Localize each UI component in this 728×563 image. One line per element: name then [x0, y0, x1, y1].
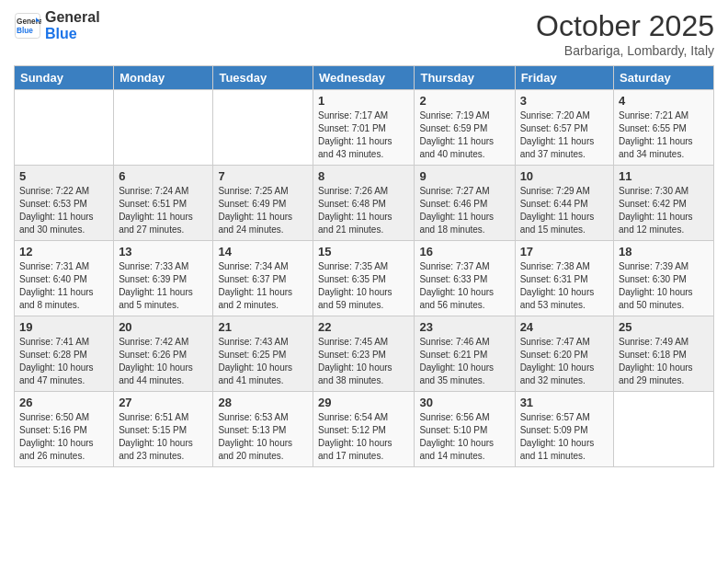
day-number: 7 [218, 169, 308, 183]
title-block: October 2025 Barbariga, Lombardy, Italy [536, 9, 714, 58]
table-row: 26 Sunrise: 6:50 AMSunset: 5:16 PMDaylig… [15, 392, 114, 467]
table-row: 28 Sunrise: 6:53 AMSunset: 5:13 PMDaylig… [213, 392, 313, 467]
calendar-week-row: 26 Sunrise: 6:50 AMSunset: 5:16 PMDaylig… [15, 392, 714, 467]
day-number: 19 [19, 320, 108, 334]
table-row: 4 Sunrise: 7:21 AMSunset: 6:55 PMDayligh… [614, 90, 714, 166]
day-info: Sunrise: 6:51 AMSunset: 5:15 PMDaylight:… [119, 412, 193, 461]
header-tuesday: Tuesday [213, 66, 313, 90]
day-number: 26 [19, 396, 108, 409]
day-number: 8 [318, 169, 409, 183]
page: General Blue General Blue October 2025 B… [0, 0, 728, 563]
table-row: 13 Sunrise: 7:33 AMSunset: 6:39 PMDaylig… [114, 241, 213, 316]
calendar-week-row: 1 Sunrise: 7:17 AMSunset: 7:01 PMDayligh… [15, 90, 714, 166]
table-row: 15 Sunrise: 7:35 AMSunset: 6:35 PMDaylig… [313, 241, 415, 316]
header-friday: Friday [515, 66, 613, 90]
table-row: 2 Sunrise: 7:19 AMSunset: 6:59 PMDayligh… [415, 90, 515, 166]
table-row: 12 Sunrise: 7:31 AMSunset: 6:40 PMDaylig… [15, 241, 114, 316]
table-row: 10 Sunrise: 7:29 AMSunset: 6:44 PMDaylig… [515, 166, 613, 241]
day-info: Sunrise: 7:24 AMSunset: 6:51 PMDaylight:… [119, 186, 193, 235]
day-info: Sunrise: 7:42 AMSunset: 6:26 PMDaylight:… [119, 337, 193, 385]
day-info: Sunrise: 7:21 AMSunset: 6:55 PMDaylight:… [619, 110, 693, 159]
day-number: 16 [419, 245, 509, 259]
day-number: 11 [619, 169, 709, 183]
table-row: 6 Sunrise: 7:24 AMSunset: 6:51 PMDayligh… [114, 166, 213, 241]
day-info: Sunrise: 6:54 AMSunset: 5:12 PMDaylight:… [318, 412, 392, 461]
day-info: Sunrise: 7:35 AMSunset: 6:35 PMDaylight:… [318, 261, 392, 310]
day-info: Sunrise: 7:27 AMSunset: 6:46 PMDaylight:… [419, 186, 494, 235]
day-info: Sunrise: 7:19 AMSunset: 6:59 PMDaylight:… [419, 110, 494, 159]
day-info: Sunrise: 7:41 AMSunset: 6:28 PMDaylight:… [19, 337, 94, 385]
day-info: Sunrise: 7:34 AMSunset: 6:37 PMDaylight:… [218, 261, 292, 310]
header-wednesday: Wednesday [313, 66, 415, 90]
day-number: 6 [119, 169, 208, 183]
table-row: 19 Sunrise: 7:41 AMSunset: 6:28 PMDaylig… [15, 316, 114, 392]
table-row: 17 Sunrise: 7:38 AMSunset: 6:31 PMDaylig… [515, 241, 613, 316]
header-sunday: Sunday [15, 66, 114, 90]
calendar-week-row: 5 Sunrise: 7:22 AMSunset: 6:53 PMDayligh… [15, 166, 714, 241]
day-info: Sunrise: 6:56 AMSunset: 5:10 PMDaylight:… [419, 412, 494, 461]
logo-icon: General Blue [14, 12, 41, 40]
day-info: Sunrise: 7:20 AMSunset: 6:57 PMDaylight:… [520, 110, 595, 159]
table-row: 1 Sunrise: 7:17 AMSunset: 7:01 PMDayligh… [313, 90, 415, 166]
day-number: 12 [19, 245, 108, 259]
day-info: Sunrise: 7:25 AMSunset: 6:49 PMDaylight:… [218, 186, 292, 235]
day-number: 21 [218, 320, 308, 334]
table-row: 22 Sunrise: 7:45 AMSunset: 6:23 PMDaylig… [313, 316, 415, 392]
calendar-table: Sunday Monday Tuesday Wednesday Thursday… [14, 65, 714, 467]
logo-blue: Blue [45, 26, 100, 42]
table-row [114, 90, 213, 166]
table-row: 7 Sunrise: 7:25 AMSunset: 6:49 PMDayligh… [213, 166, 313, 241]
day-info: Sunrise: 7:45 AMSunset: 6:23 PMDaylight:… [318, 337, 392, 385]
day-number: 17 [520, 245, 609, 259]
day-number: 18 [619, 245, 709, 259]
table-row: 21 Sunrise: 7:43 AMSunset: 6:25 PMDaylig… [213, 316, 313, 392]
day-info: Sunrise: 7:46 AMSunset: 6:21 PMDaylight:… [419, 337, 494, 385]
table-row: 3 Sunrise: 7:20 AMSunset: 6:57 PMDayligh… [515, 90, 613, 166]
day-info: Sunrise: 7:47 AMSunset: 6:20 PMDaylight:… [520, 337, 595, 385]
page-title: October 2025 [536, 9, 714, 43]
day-info: Sunrise: 7:38 AMSunset: 6:31 PMDaylight:… [520, 261, 595, 310]
table-row: 8 Sunrise: 7:26 AMSunset: 6:48 PMDayligh… [313, 166, 415, 241]
day-number: 4 [619, 94, 709, 108]
day-number: 27 [119, 396, 208, 409]
day-number: 5 [19, 169, 108, 183]
table-row: 27 Sunrise: 6:51 AMSunset: 5:15 PMDaylig… [114, 392, 213, 467]
day-number: 25 [619, 320, 709, 334]
table-row: 23 Sunrise: 7:46 AMSunset: 6:21 PMDaylig… [415, 316, 515, 392]
day-number: 13 [119, 245, 208, 259]
logo-general: General [45, 9, 100, 26]
table-row [213, 90, 313, 166]
logo: General Blue General Blue [14, 9, 100, 41]
day-number: 10 [520, 169, 609, 183]
day-info: Sunrise: 7:30 AMSunset: 6:42 PMDaylight:… [619, 186, 693, 235]
day-info: Sunrise: 7:39 AMSunset: 6:30 PMDaylight:… [619, 261, 693, 310]
day-number: 22 [318, 320, 409, 334]
header: General Blue General Blue October 2025 B… [14, 9, 714, 58]
day-info: Sunrise: 7:22 AMSunset: 6:53 PMDaylight:… [19, 186, 94, 235]
header-saturday: Saturday [614, 66, 714, 90]
table-row: 20 Sunrise: 7:42 AMSunset: 6:26 PMDaylig… [114, 316, 213, 392]
day-info: Sunrise: 7:43 AMSunset: 6:25 PMDaylight:… [218, 337, 292, 385]
day-info: Sunrise: 7:26 AMSunset: 6:48 PMDaylight:… [318, 186, 392, 235]
day-number: 20 [119, 320, 208, 334]
svg-text:Blue: Blue [17, 26, 33, 34]
table-row: 11 Sunrise: 7:30 AMSunset: 6:42 PMDaylig… [614, 166, 714, 241]
header-monday: Monday [114, 66, 213, 90]
day-number: 2 [419, 94, 509, 108]
day-number: 31 [520, 396, 609, 409]
day-number: 24 [520, 320, 609, 334]
table-row: 9 Sunrise: 7:27 AMSunset: 6:46 PMDayligh… [415, 166, 515, 241]
day-info: Sunrise: 7:37 AMSunset: 6:33 PMDaylight:… [419, 261, 494, 310]
table-row: 14 Sunrise: 7:34 AMSunset: 6:37 PMDaylig… [213, 241, 313, 316]
calendar-week-row: 19 Sunrise: 7:41 AMSunset: 6:28 PMDaylig… [15, 316, 714, 392]
day-number: 29 [318, 396, 409, 409]
day-number: 28 [218, 396, 308, 409]
day-info: Sunrise: 7:31 AMSunset: 6:40 PMDaylight:… [19, 261, 94, 310]
day-info: Sunrise: 6:50 AMSunset: 5:16 PMDaylight:… [19, 412, 94, 461]
table-row [614, 392, 714, 467]
day-info: Sunrise: 6:53 AMSunset: 5:13 PMDaylight:… [218, 412, 292, 461]
day-info: Sunrise: 7:33 AMSunset: 6:39 PMDaylight:… [119, 261, 193, 310]
table-row: 16 Sunrise: 7:37 AMSunset: 6:33 PMDaylig… [415, 241, 515, 316]
table-row: 24 Sunrise: 7:47 AMSunset: 6:20 PMDaylig… [515, 316, 613, 392]
table-row: 18 Sunrise: 7:39 AMSunset: 6:30 PMDaylig… [614, 241, 714, 316]
